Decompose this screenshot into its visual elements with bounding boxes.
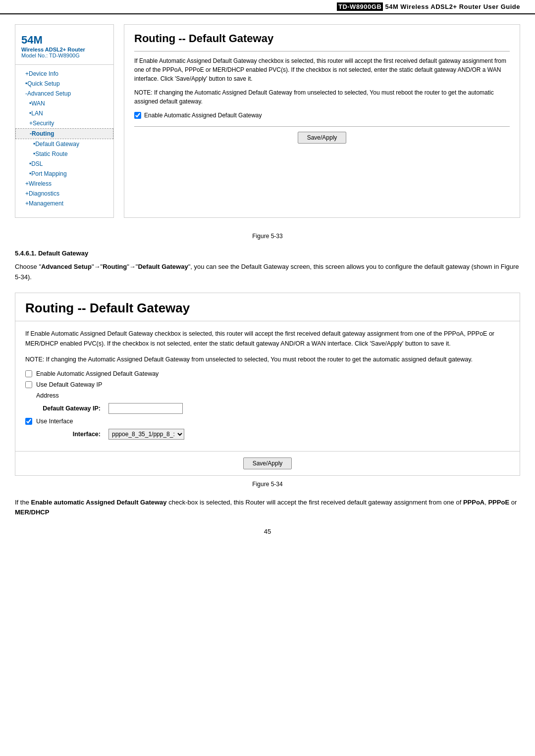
sidebar-item-security[interactable]: +Security xyxy=(15,118,113,128)
panel1-note: NOTE: If changing the Automatic Assigned… xyxy=(134,88,510,106)
panel2-checkbox3-label: Use Interface xyxy=(36,418,73,425)
panel1-checkbox-row: Enable Automatic Assigned Default Gatewa… xyxy=(134,112,510,119)
section1-bold3: Default Gateway xyxy=(138,263,188,270)
panel2-checkbox2[interactable] xyxy=(25,381,32,388)
sidebar-item-routing[interactable]: -Routing xyxy=(15,128,113,139)
panel1-save-button[interactable]: Save/Apply xyxy=(298,132,347,144)
header-rest: 54M Wireless ADSL2+ Router User Guide xyxy=(383,3,520,10)
sidebar-item-device-info[interactable]: +Device Info xyxy=(15,69,113,79)
sidebar-nav: +Device Info •Quick Setup -Advanced Setu… xyxy=(15,65,113,212)
section1-para: Choose "Advanced Setup"→"Routing"→"Defau… xyxy=(15,262,520,283)
sidebar-item-port-mapping[interactable]: •Port Mapping xyxy=(15,169,113,179)
sidebar-item-diagnostics[interactable]: +Diagnostics xyxy=(15,189,113,199)
panel2-title: Routing -- Default Gateway xyxy=(15,293,520,321)
doc-section-1: 5.4.6.1. Default Gateway Choose "Advance… xyxy=(0,250,535,283)
panel2-checkbox2-sub: Address xyxy=(25,392,510,399)
bottom-bold2: PPPoA xyxy=(463,499,484,506)
panel1-divider-top xyxy=(134,51,510,51)
brand-sub: Wireless ADSL2+ Router xyxy=(21,47,107,52)
panel2-checkbox2-row: Use Default Gateway IP xyxy=(25,381,510,388)
panel2-checkbox3[interactable] xyxy=(25,418,32,425)
figure1-caption: Figure 5-33 xyxy=(0,233,535,240)
section1-heading: 5.4.6.1. Default Gateway xyxy=(15,250,520,257)
panel2-interface-label: Interface: xyxy=(25,431,105,438)
brand-modelno: Model No.: TD-W8900G xyxy=(21,52,107,58)
sidebar-item-default-gateway[interactable]: •Default Gateway xyxy=(15,139,113,149)
panel2-gateway-ip-input[interactable] xyxy=(108,403,183,414)
panel2-checkbox2-label: Use Default Gateway IP xyxy=(36,381,102,388)
panel1-desc: If Enable Automatic Assigned Default Gat… xyxy=(134,56,510,83)
sidebar-item-lan[interactable]: •LAN xyxy=(15,108,113,118)
panel2-save-button[interactable]: Save/Apply xyxy=(243,457,292,469)
sidebar-brand: 54M Wireless ADSL2+ Router Model No.: TD… xyxy=(15,30,113,65)
top-header: TD-W8900GB 54M Wireless ADSL2+ Router Us… xyxy=(0,0,535,14)
figure2-caption: Figure 5-34 xyxy=(0,481,535,488)
panel2-gateway-ip-label: Default Gateway IP: xyxy=(25,405,105,412)
content-panel-1: Routing -- Default Gateway If Enable Aut… xyxy=(124,24,520,218)
sidebar-item-management[interactable]: +Management xyxy=(15,199,113,208)
bottom-bold3: PPPoE xyxy=(488,499,509,506)
sidebar-item-wan[interactable]: •WAN xyxy=(15,99,113,108)
header-highlight: TD-W8900GB xyxy=(337,2,383,11)
sidebar-item-advanced-setup[interactable]: -Advanced Setup xyxy=(15,89,113,99)
panel1-title: Routing -- Default Gateway xyxy=(134,32,510,45)
panel2-body: If Enable Automatic Assigned Default Gat… xyxy=(15,321,520,451)
panel2-checkbox1-label: Enable Automatic Assigned Default Gatewa… xyxy=(36,370,159,377)
panel2-checkbox3-row: Use Interface xyxy=(25,418,510,425)
main-container: 54M Wireless ADSL2+ Router Model No.: TD… xyxy=(0,14,535,228)
bottom-bold1: Enable automatic Assigned Default Gatewa… xyxy=(31,499,167,506)
panel1-checkbox[interactable] xyxy=(134,112,141,119)
sidebar-item-dsl[interactable]: •DSL xyxy=(15,159,113,169)
panel2-note: NOTE: If changing the Automatic Assigned… xyxy=(25,354,510,364)
panel2-interface-select[interactable]: pppoe_8_35_1/ppp_8_: xyxy=(108,429,184,440)
panel2-gateway-ip-row: Default Gateway IP: xyxy=(25,403,510,414)
panel1-save-row: Save/Apply xyxy=(134,126,510,144)
panel1-checkbox-label: Enable Automatic Assigned Default Gatewa… xyxy=(144,112,262,119)
panel2-footer: Save/Apply xyxy=(15,451,520,475)
panel2-checkbox1[interactable] xyxy=(25,370,32,377)
panel2-desc: If Enable Automatic Assigned Default Gat… xyxy=(25,329,510,349)
sidebar-item-quick-setup[interactable]: •Quick Setup xyxy=(15,79,113,89)
sidebar: 54M Wireless ADSL2+ Router Model No.: TD… xyxy=(15,24,114,218)
panel2-checkbox1-row: Enable Automatic Assigned Default Gatewa… xyxy=(25,370,510,377)
section1-bold2: Routing xyxy=(103,263,127,270)
brand-model: 54M xyxy=(21,34,107,47)
bottom-bold4: MER/DHCP xyxy=(15,508,49,516)
page-number: 45 xyxy=(0,528,535,535)
panel2-interface-row: Interface: pppoe_8_35_1/ppp_8_: xyxy=(25,429,510,440)
bottom-para: If the Enable automatic Assigned Default… xyxy=(0,498,535,518)
sidebar-item-static-route[interactable]: •Static Route xyxy=(15,149,113,159)
section1-bold1: Advanced Setup xyxy=(41,263,92,270)
sidebar-item-wireless[interactable]: +Wireless xyxy=(15,179,113,189)
routing-box-2: Routing -- Default Gateway If Enable Aut… xyxy=(15,293,520,476)
